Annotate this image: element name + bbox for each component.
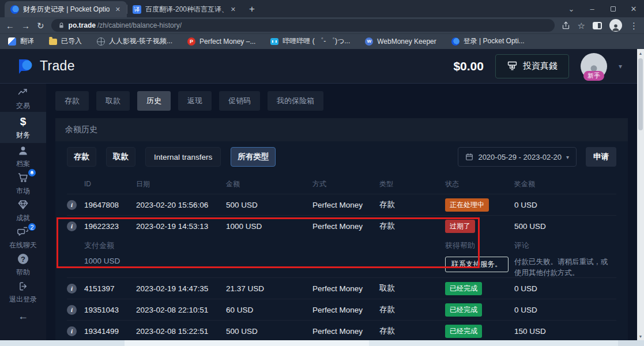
comment-block: 评论 付款已失败。请稍后重试，或使用其他付款方式。	[514, 240, 616, 279]
address-bar[interactable]: po.trade/zh/cabinet/balance-history/	[51, 19, 555, 32]
tab-cashback[interactable]: 返现	[178, 91, 212, 111]
cell-amount: 500 USD	[226, 327, 312, 336]
filter-internal-transfers-button[interactable]: Internal transfers	[145, 147, 221, 167]
browser-tab-pocket-option[interactable]: 财务历史记录 | Pocket Option ✕	[5, 1, 127, 17]
logout-icon	[17, 281, 29, 292]
info-icon[interactable]: i	[67, 284, 77, 294]
browser-menu-icon[interactable]: ⋮	[630, 21, 638, 30]
bookmark-renren[interactable]: 人人影视-筷子视频...	[97, 36, 172, 46]
sidebar-collapse-button[interactable]: ←	[0, 310, 46, 322]
gem-icon	[17, 199, 29, 210]
apply-button[interactable]: 申请	[586, 147, 616, 167]
deposit-real-money-button[interactable]: 投資真錢	[495, 54, 569, 78]
browser-profile-avatar[interactable]	[609, 19, 622, 32]
sidebar-item-label: 帮助	[16, 268, 30, 277]
bookmark-pocket-option-login[interactable]: 登录 | Pocket Opti...	[451, 36, 525, 46]
cell-bonus: 0 USD	[514, 201, 616, 209]
account-menu-chevron-icon[interactable]: ▾	[619, 62, 622, 70]
side-panel-icon[interactable]	[593, 22, 602, 29]
scroll-down-icon[interactable]: ▼	[639, 332, 643, 340]
status-badge: 已经完成	[445, 303, 482, 317]
tab-deposit[interactable]: 存款	[55, 91, 89, 111]
scroll-up-icon[interactable]: ▲	[639, 49, 643, 57]
pocket-option-icon	[451, 37, 460, 46]
bookmark-label: 已导入	[61, 36, 82, 46]
table-row[interactable]: i 19351043 2023-02-08 22:10:51 60 USD Pe…	[67, 299, 616, 320]
share-icon[interactable]	[562, 21, 570, 30]
user-avatar[interactable]: 新手	[581, 53, 607, 80]
cell-date: 2023-02-08 22:10:51	[136, 306, 226, 314]
info-icon[interactable]: i	[67, 326, 77, 336]
bilibili-icon	[270, 38, 278, 45]
window-chevron-icon[interactable]: ⌄	[561, 0, 582, 17]
panel-title: 余额历史	[65, 125, 97, 135]
sidebar-item-logout[interactable]: 退出登录	[0, 279, 46, 306]
forward-button[interactable]: →	[21, 21, 30, 30]
filter-deposit-button[interactable]: 存款	[67, 147, 96, 167]
tab-history[interactable]: 历史	[137, 91, 171, 111]
brand-logo[interactable]: Trade	[15, 57, 75, 76]
bookmarks-bar: 翻译 已导入 人人影视-筷子视频... PPerfect Money –... …	[0, 33, 644, 49]
market-notification-badge	[27, 168, 37, 178]
browser-titlebar: 财务历史记录 | Pocket Option ✕ 译 百度翻译-200种语言互译…	[0, 0, 644, 17]
back-button[interactable]: ←	[6, 21, 14, 30]
toolbar-right: ☆ ⋮	[562, 19, 638, 32]
table-header-row: ID 日期 金额 方式 类型 状态 奖金额	[67, 174, 616, 194]
bookmark-bilibili[interactable]: 哔哩哔哩 ( ゜- ゜)つ...	[270, 36, 350, 46]
window-controls: ⌄ – ✕	[561, 0, 644, 17]
info-icon[interactable]: i	[67, 200, 77, 210]
url-domain: po.trade	[69, 21, 96, 29]
table-row[interactable]: i 19647808 2023-02-20 15:56:06 500 USD P…	[67, 194, 616, 215]
bookmark-webmoney[interactable]: WWebMoney Keeper	[365, 37, 436, 46]
browser-tab-baidu-translate[interactable]: 译 百度翻译-200种语言互译、沟通 ✕	[127, 1, 242, 17]
reload-button[interactable]: ↻	[37, 21, 44, 30]
translate-bookmark-icon	[8, 37, 16, 46]
minimize-button[interactable]: –	[582, 0, 602, 17]
table-row[interactable]: i 4151397 2023-02-19 14:47:35 21.37 USD …	[67, 277, 616, 299]
cell-type: 存款	[379, 200, 445, 210]
sidebar: 交易 $ 财务 档案 市场 成就 2 在线聊天	[0, 84, 46, 340]
sidebar-item-profile[interactable]: 档案	[0, 143, 46, 170]
date-range-picker[interactable]: 2020-05-29 - 2023-02-20 ▾	[458, 147, 577, 167]
bookmark-perfect-money[interactable]: PPerfect Money –...	[187, 37, 255, 46]
tab-promo-code[interactable]: 促销码	[219, 91, 260, 111]
sidebar-item-finance[interactable]: $ 财务	[0, 112, 46, 143]
bookmark-label: 翻译	[20, 36, 34, 46]
vertical-scrollbar[interactable]: ▲ ▼	[637, 49, 644, 340]
dollar-icon: $	[20, 115, 27, 128]
sidebar-item-help[interactable]: ? 帮助	[0, 251, 46, 279]
filter-withdrawal-button[interactable]: 取款	[106, 147, 135, 167]
sidebar-item-trading[interactable]: 交易	[0, 85, 46, 112]
cell-amount: 21.37 USD	[226, 284, 312, 293]
bookmark-imported-folder[interactable]: 已导入	[49, 36, 82, 46]
webmoney-icon: W	[365, 37, 373, 46]
table-row[interactable]: i 19341499 2023-02-08 15:22:51 500 USD P…	[67, 320, 616, 340]
person-icon	[17, 145, 29, 156]
maximize-button[interactable]	[602, 0, 623, 17]
new-tab-button[interactable]: +	[249, 3, 255, 15]
finance-tabs: 存款 取款 历史 返现 促销码 我的保险箱	[55, 91, 637, 111]
tab-withdrawal[interactable]: 取款	[96, 91, 130, 111]
filter-all-types-button[interactable]: 所有类型	[231, 147, 276, 167]
bookmark-star-icon[interactable]: ☆	[578, 21, 585, 30]
sidebar-item-achievements[interactable]: 成就	[0, 197, 46, 224]
cell-bonus: 500 USD	[514, 222, 616, 231]
cell-method: Perfect Money	[312, 327, 379, 336]
tab-my-safe[interactable]: 我的保险箱	[268, 91, 323, 111]
bookmark-translate[interactable]: 翻译	[8, 36, 34, 46]
folder-icon	[49, 39, 57, 45]
column-header-id: ID	[84, 180, 136, 188]
tab-close-icon[interactable]: ✕	[114, 6, 122, 13]
strip-segment	[0, 340, 125, 346]
strip-segment	[369, 340, 618, 346]
baidu-translate-favicon: 译	[133, 5, 141, 14]
info-icon[interactable]: i	[67, 305, 77, 315]
close-window-button[interactable]: ✕	[623, 0, 644, 17]
tab-close-icon[interactable]: ✕	[229, 6, 238, 13]
scrollbar-thumb[interactable]	[638, 58, 643, 130]
sidebar-item-live-chat[interactable]: 2 在线聊天	[0, 224, 46, 251]
cell-type: 存款	[379, 304, 445, 315]
bookmark-label: 哔哩哔哩 ( ゜- ゜)つ...	[283, 36, 350, 46]
sidebar-item-label: 档案	[16, 159, 30, 169]
sidebar-item-market[interactable]: 市场	[0, 170, 46, 197]
